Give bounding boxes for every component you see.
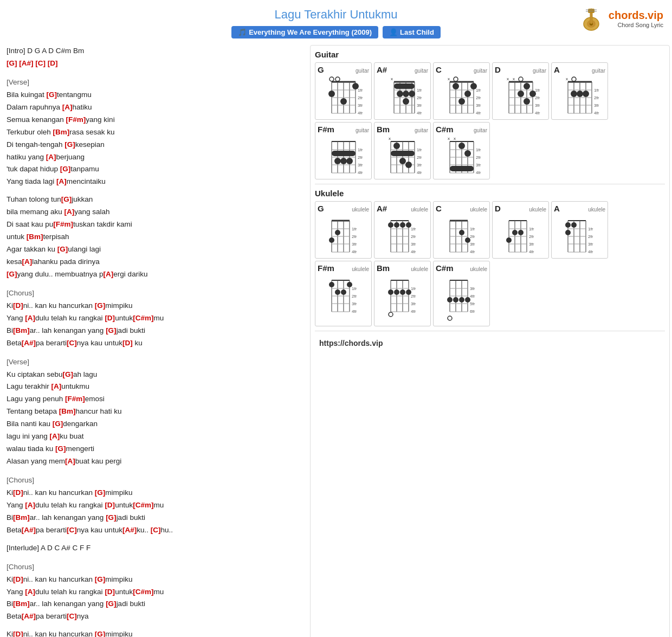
artist-badge[interactable]: 👤 Last Child (383, 26, 441, 38)
svg-text:2fr: 2fr (529, 234, 534, 239)
svg-rect-155 (450, 166, 474, 171)
chord-As-ukulele[interactable]: A# ukulele 1fr (374, 201, 431, 259)
svg-text:3fr: 3fr (417, 103, 422, 108)
svg-text:3fr: 3fr (476, 163, 481, 168)
svg-text:2fr: 2fr (411, 234, 416, 239)
svg-point-100 (577, 91, 583, 97)
logo-text: chords.vip Chord Song Lyric (609, 9, 663, 28)
svg-point-68 (519, 77, 523, 81)
svg-text:4fr: 4fr (594, 111, 599, 115)
svg-point-188 (400, 222, 405, 228)
svg-rect-4 (588, 9, 595, 13)
svg-text:1fr: 1fr (594, 88, 599, 93)
svg-text:1fr: 1fr (535, 88, 540, 93)
interlude: [Interlude] A D C A# C F F (7, 542, 301, 555)
svg-point-286 (453, 297, 458, 303)
chord-A-ukulele[interactable]: A ukulele 1fr 2fr (551, 201, 608, 259)
svg-point-204 (459, 230, 464, 235)
svg-text:4fr: 4fr (358, 170, 363, 175)
ukulele-section-title: Ukulele (315, 189, 665, 198)
chord-D-ukulele[interactable]: D ukulele 1fr 2fr (492, 201, 549, 259)
svg-point-79 (524, 83, 530, 89)
svg-point-251 (335, 289, 340, 295)
svg-text:3fr: 3fr (470, 286, 475, 291)
svg-text:1fr: 1fr (352, 227, 357, 231)
svg-point-41 (403, 98, 409, 105)
chord-Fsm-ukulele[interactable]: F#m ukulele 1fr (315, 261, 372, 326)
svg-text:4fr: 4fr (411, 249, 416, 254)
chorus2: Ki[D]ni.. kan ku hancurkan [G]mimpiku Ya… (7, 487, 301, 537)
chord-C-guitar[interactable]: C guitar x (433, 62, 490, 120)
svg-text:4fr: 4fr (476, 170, 481, 175)
verse1: Bila kuingat [G]tentangmu Dalam rapuhnya… (7, 89, 301, 189)
svg-text:4fr: 4fr (417, 111, 422, 115)
chord-G-guitar[interactable]: G guitar (315, 62, 372, 120)
svg-point-21 (340, 98, 347, 105)
svg-text:1fr: 1fr (476, 88, 481, 93)
chord-Bm-guitar[interactable]: Bm guitar x (374, 122, 431, 179)
svg-text:3fr: 3fr (594, 103, 599, 108)
chord-D-guitar[interactable]: D guitar x x (492, 62, 549, 120)
svg-text:3fr: 3fr (358, 163, 363, 168)
svg-point-117 (334, 158, 341, 164)
music-icon: 🎵 (238, 28, 247, 36)
album-badge[interactable]: 🎵 Everything We Are Everything (2009) (231, 26, 378, 38)
svg-text:2fr: 2fr (352, 234, 357, 239)
svg-point-137 (399, 158, 406, 164)
svg-point-40 (409, 91, 415, 97)
svg-text:4fr: 4fr (470, 249, 475, 254)
badges-row: 🎵 Everything We Are Everything (2009) 👤 … (0, 26, 672, 38)
svg-text:1fr: 1fr (529, 227, 534, 231)
svg-text:4fr: 4fr (411, 309, 416, 314)
svg-point-218 (512, 230, 518, 235)
svg-text:x: x (448, 136, 450, 141)
chorus1-label: [Chorus] (7, 287, 301, 300)
chord-Csm-ukulele[interactable]: C#m ukulele (433, 261, 490, 326)
chord-G-ukulele[interactable]: G ukulele 1fr 2fr (315, 201, 372, 259)
svg-text:5fr: 5fr (470, 301, 475, 306)
svg-point-287 (459, 297, 464, 303)
svg-point-60 (453, 83, 459, 89)
svg-point-285 (447, 297, 453, 303)
svg-point-38 (397, 91, 403, 97)
chord-C-ukulele[interactable]: C ukulele 1fr 2fr 3fr (433, 201, 490, 259)
verse3: Ku ciptakan sebu[G]ah lagu Lagu terakhir… (7, 369, 301, 468)
svg-text:1fr: 1fr (411, 227, 416, 231)
svg-text:1fr: 1fr (476, 147, 481, 152)
chord-Bm-ukulele[interactable]: Bm ukulele (374, 261, 431, 326)
chorus3-label: [Chorus] (7, 561, 301, 574)
svg-text:1fr: 1fr (358, 88, 363, 93)
svg-point-119 (346, 158, 353, 164)
lyrics-panel: [Intro] D G A D C#m Bm [G] [A#] [C] [D] … (2, 45, 306, 637)
svg-text:1fr: 1fr (352, 286, 357, 291)
svg-point-81 (518, 91, 524, 97)
svg-text:3fr: 3fr (411, 301, 416, 306)
verse1-label: [Verse] (7, 76, 301, 89)
svg-text:3fr: 3fr (411, 242, 416, 247)
svg-text:3fr: 3fr (529, 242, 534, 247)
svg-rect-135 (391, 151, 415, 156)
svg-text:4fr: 4fr (352, 309, 357, 314)
svg-point-99 (571, 91, 577, 97)
chord-As-guitar[interactable]: A# guitar x (374, 62, 431, 120)
svg-text:x: x (448, 76, 450, 81)
svg-point-39 (403, 91, 409, 97)
svg-point-171 (335, 230, 340, 235)
svg-text:x: x (389, 136, 391, 141)
chord-Fsm-guitar[interactable]: F#m guitar (315, 122, 372, 179)
svg-text:x: x (454, 136, 456, 141)
svg-text:x: x (513, 76, 515, 81)
outro: Ki[D]ni.. kan ku hancurkan [G]mimpiku Ya… (7, 628, 301, 637)
svg-text:2fr: 2fr (476, 95, 481, 100)
chord-Csm-guitar[interactable]: C#m guitar x x (433, 122, 490, 179)
svg-text:4fr: 4fr (352, 249, 357, 254)
svg-text:3fr: 3fr (358, 103, 363, 108)
svg-text:3fr: 3fr (352, 242, 357, 247)
svg-text:3fr: 3fr (352, 301, 357, 306)
svg-text:4fr: 4fr (588, 249, 593, 254)
svg-text:x: x (391, 76, 393, 81)
chord-A-guitar[interactable]: A guitar x (551, 62, 608, 120)
svg-text:4fr: 4fr (358, 111, 363, 115)
svg-point-18 (335, 77, 340, 81)
svg-point-269 (400, 289, 405, 295)
